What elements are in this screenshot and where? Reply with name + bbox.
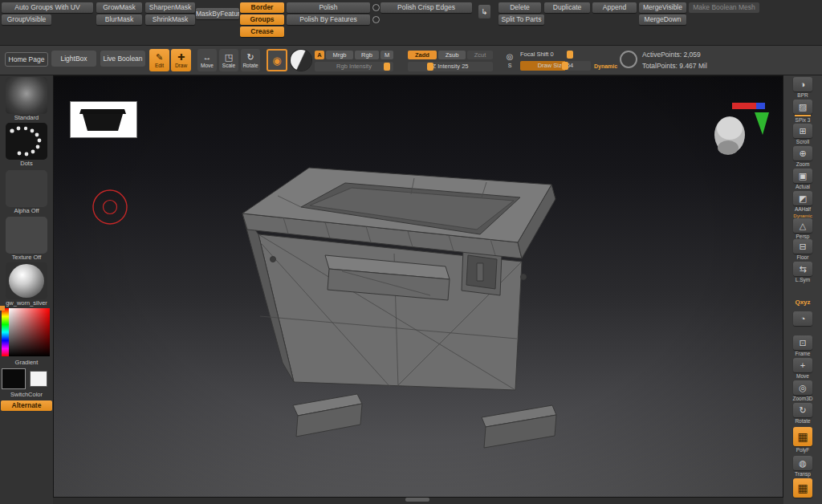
- rgb-button[interactable]: Rgb: [355, 51, 379, 59]
- transp-button[interactable]: ◍ Transp: [790, 456, 816, 478]
- zcut-button: Zcut: [467, 51, 493, 59]
- current-texture-thumbnail[interactable]: [6, 217, 47, 254]
- scroll-button[interactable]: ⊞ Scroll: [790, 124, 816, 145]
- alternate-button[interactable]: Alternate: [1, 400, 52, 411]
- blurmask-button[interactable]: BlurMask: [96, 14, 142, 25]
- stroke-preview-icon[interactable]: [620, 51, 637, 68]
- model-crate[interactable]: [242, 168, 556, 448]
- zoom3d-button[interactable]: ◎ Zoom3D: [790, 380, 816, 402]
- m-button[interactable]: M: [380, 51, 393, 59]
- rotate3d-button[interactable]: ↻ Rotate: [790, 403, 816, 425]
- sym-mode-button[interactable]: ◔: [790, 311, 816, 326]
- canvas-scroll-nub[interactable]: [405, 498, 429, 502]
- draw-icon: ✚: [177, 53, 185, 62]
- z-intensity-slider[interactable]: Z Intensity 25: [408, 62, 493, 71]
- frame-button[interactable]: ⊡ Frame: [790, 335, 816, 357]
- crease-button[interactable]: Crease: [240, 26, 284, 37]
- lightbox-button[interactable]: LightBox: [51, 51, 96, 67]
- current-material-thumbnail[interactable]: [6, 262, 47, 299]
- rotate3d-icon: ↻: [793, 403, 812, 417]
- persp-button[interactable]: Dynamic △ Persp: [790, 213, 816, 240]
- polish-by-features-toggle-icon[interactable]: [372, 16, 380, 23]
- stroke-label: Dots: [0, 160, 53, 167]
- make-boolean-mesh-button: Make Boolean Mesh: [689, 2, 759, 13]
- secondary-color-swatch[interactable]: [30, 371, 47, 387]
- main-color-swatch[interactable]: [2, 368, 26, 389]
- spix-button[interactable]: ▨ SPix 3: [790, 100, 816, 124]
- polyframe-button[interactable]: ▦ PolyF: [790, 427, 816, 453]
- mergedown-button[interactable]: MergeDown: [639, 14, 686, 25]
- z-intensity-knob[interactable]: [427, 63, 433, 71]
- current-alpha-thumbnail[interactable]: [6, 170, 47, 207]
- focal-shift-knob[interactable]: [567, 51, 573, 59]
- polish-by-features-slider[interactable]: Polish By Features: [287, 14, 370, 25]
- rgb-intensity-slider[interactable]: Rgb Intensity: [315, 62, 393, 71]
- groupvisible-button[interactable]: GroupVisible: [2, 14, 51, 25]
- a-toggle-button[interactable]: A: [315, 51, 324, 59]
- duplicate-button[interactable]: Duplicate: [544, 2, 590, 13]
- current-stroke-thumbnail[interactable]: [6, 123, 47, 160]
- split-to-parts-button[interactable]: Split To Parts: [498, 14, 544, 25]
- polish-crisp-edges-toggle-icon[interactable]: [372, 4, 380, 11]
- qxyz-button[interactable]: Qxyz: [790, 299, 816, 307]
- solo-button[interactable]: ▦: [790, 478, 816, 498]
- draw-size-slider[interactable]: Draw Size 64: [520, 61, 591, 71]
- dynamic-label[interactable]: Dynamic: [594, 63, 617, 69]
- polish-crisp-edges-slider[interactable]: Polish Crisp Edges: [380, 2, 472, 13]
- focal-shift-slider[interactable]: Focal Shift 0: [520, 50, 610, 59]
- floor-button[interactable]: ⊟ Floor: [790, 239, 816, 261]
- scene-svg[interactable]: [53, 75, 783, 498]
- hue-strip[interactable]: [2, 308, 9, 356]
- bpr-button[interactable]: ◑ BPR: [790, 77, 816, 99]
- persp-icon: △: [793, 218, 812, 233]
- edit-button[interactable]: ✎ Edit: [149, 49, 169, 71]
- total-points-label: TotalPoints: 9.467 Mil: [642, 62, 707, 70]
- saturation-value-square[interactable]: [9, 308, 50, 356]
- live-boolean-button[interactable]: Live Boolean: [100, 51, 145, 67]
- actual-button[interactable]: ▣ Actual: [790, 169, 816, 190]
- polish-slider[interactable]: Polish: [287, 2, 370, 13]
- apply-arrow-button[interactable]: ↳: [478, 5, 490, 18]
- draw-button[interactable]: ✚ Draw: [171, 49, 191, 71]
- current-brush-thumbnail[interactable]: [6, 77, 47, 114]
- move3d-button[interactable]: + Move: [790, 358, 816, 380]
- zsub-button[interactable]: Zsub: [438, 51, 466, 59]
- maskbyfeature-button[interactable]: MaskByFeature: [196, 8, 239, 19]
- switchcolor-label[interactable]: SwitchColor: [0, 391, 53, 398]
- sculptris-pro-button[interactable]: ◉: [267, 49, 287, 71]
- rgb-intensity-knob[interactable]: [384, 63, 390, 71]
- texture-label: Texture Off: [0, 254, 53, 261]
- color-picker[interactable]: [2, 308, 50, 356]
- zadd-button[interactable]: Zadd: [408, 51, 437, 59]
- auto-groups-with-uv-button[interactable]: Auto Groups With UV: [2, 2, 93, 13]
- mergevisible-button[interactable]: MergeVisible: [639, 2, 686, 13]
- rotate-icon: ↻: [246, 53, 254, 62]
- border-button[interactable]: Border: [240, 2, 284, 13]
- transp-icon: ◍: [793, 456, 812, 470]
- scale-button[interactable]: ◳ Scale: [219, 49, 238, 71]
- delete-button[interactable]: Delete: [498, 2, 541, 13]
- zoom-button[interactable]: ⊕ Zoom: [790, 146, 816, 168]
- lsym-icon: ⇆: [793, 262, 812, 276]
- growmask-button[interactable]: GrowMask: [96, 2, 142, 13]
- right-shelf: ◑ BPR ▨ SPix 3 ⊞ Scroll ⊕ Zoom ▣ Actual …: [783, 75, 822, 504]
- spix-slider[interactable]: [795, 115, 811, 116]
- mrgb-button[interactable]: Mrgb: [326, 51, 353, 59]
- move-button[interactable]: ↔ Move: [197, 49, 217, 71]
- lsym-button[interactable]: ⇆ L.Sym: [790, 262, 816, 283]
- zoom3d-icon: ◎: [793, 380, 812, 395]
- tool-preview-sphere: [714, 116, 745, 155]
- groups-button[interactable]: Groups: [240, 14, 284, 25]
- home-page-button[interactable]: Home Page: [5, 52, 48, 67]
- aahalf-button[interactable]: ◩ AAHalf: [790, 191, 816, 213]
- bpr-icon: ◑: [793, 77, 812, 91]
- viewport-canvas[interactable]: [53, 75, 783, 498]
- append-button[interactable]: Append: [592, 2, 637, 13]
- pressure-sphere-icon[interactable]: [291, 50, 311, 71]
- gradient-label[interactable]: Gradient: [0, 359, 53, 366]
- sharpenmask-button[interactable]: SharpenMask: [145, 2, 195, 13]
- rotate-button[interactable]: ↻ Rotate: [241, 49, 260, 71]
- shrinkmask-button[interactable]: ShrinkMask: [145, 14, 195, 25]
- top-toolbar: Auto Groups With UV GrowMask SharpenMask…: [0, 0, 822, 45]
- draw-size-knob[interactable]: [562, 62, 568, 70]
